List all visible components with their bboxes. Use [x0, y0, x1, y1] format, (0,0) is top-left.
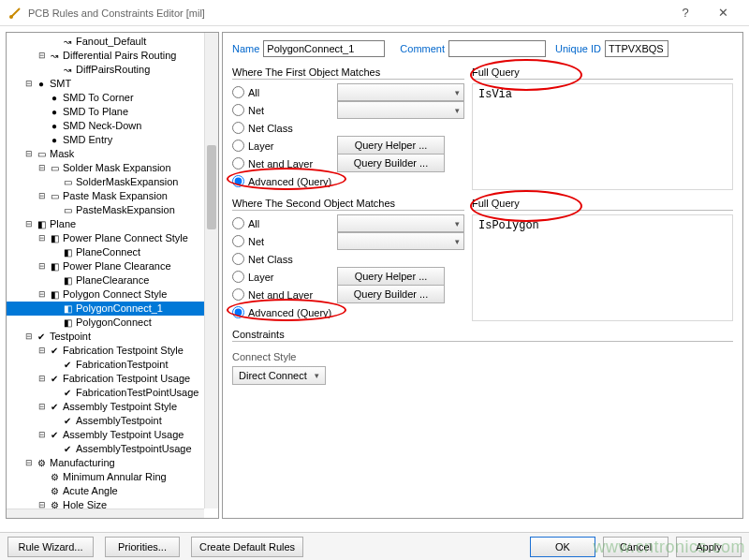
match-radio-row[interactable]: Net Class — [232, 119, 337, 137]
tree-twisty[interactable]: ⊟ — [37, 372, 48, 386]
first-combo-2[interactable]: ▾ — [337, 101, 464, 119]
tree-item[interactable]: ·✔AssemblyTestpoint — [7, 414, 218, 428]
ok-button[interactable]: OK — [530, 537, 595, 557]
name-input[interactable] — [263, 40, 385, 57]
tree-twisty[interactable]: ⊟ — [37, 400, 48, 414]
tree-item[interactable]: ·▭PasteMaskExpansion — [7, 203, 218, 217]
connect-style-select[interactable]: Direct Connect ▾ — [232, 366, 326, 385]
tree-twisty[interactable]: ⊟ — [37, 189, 48, 203]
tree-item[interactable]: ⊟▭Paste Mask Expansion — [7, 189, 218, 203]
match-radio-row[interactable]: Net — [232, 232, 337, 250]
tree-twisty[interactable]: ⊟ — [23, 456, 35, 470]
match-radio[interactable] — [232, 217, 244, 229]
tree-item[interactable]: ·⚙Acute Angle — [7, 484, 218, 498]
app-icon — [7, 6, 22, 21]
tree-twisty[interactable]: ⊟ — [23, 330, 35, 344]
tree-item[interactable]: ⊟◧Plane — [7, 217, 218, 231]
tree-item[interactable]: ·●SMD To Corner — [7, 91, 218, 105]
tree-twisty[interactable]: ⊟ — [37, 161, 48, 175]
tree-item[interactable]: ·⚙Minimum Annular Ring — [7, 470, 218, 484]
tree-scrollbar-horizontal[interactable] — [7, 508, 204, 518]
tree-twisty[interactable]: ⊟ — [23, 77, 35, 91]
match-radio[interactable] — [232, 104, 244, 116]
first-combo-1[interactable]: ▾ — [337, 83, 464, 101]
tree-item[interactable]: ·✔FabricationTestpoint — [7, 358, 218, 372]
match-radio-row[interactable]: Advanced (Query) — [232, 303, 337, 321]
tree-item[interactable]: ·▭SolderMaskExpansion — [7, 175, 218, 189]
match-radio[interactable] — [232, 306, 244, 318]
match-radio-row[interactable]: Net — [232, 101, 337, 119]
tree-twisty[interactable]: ⊟ — [37, 49, 48, 63]
tree-item[interactable]: ·◧PlaneConnect — [7, 245, 218, 259]
cancel-button[interactable]: Cancel — [603, 537, 668, 557]
query-builder-button-1[interactable]: Query Builder ... — [337, 154, 445, 172]
tree-scrollbar-vertical[interactable] — [204, 33, 218, 508]
tree-item[interactable]: ⊟✔Fabrication Testpoint Usage — [7, 372, 218, 386]
tree-item[interactable]: ·◧PlaneClearance — [7, 273, 218, 287]
tree-twisty[interactable]: ⊟ — [23, 147, 35, 161]
tree-item[interactable]: ⊟◧Power Plane Clearance — [7, 259, 218, 273]
tree-item[interactable]: ·●SMD Neck-Down — [7, 119, 218, 133]
match-radio-row[interactable]: Layer — [232, 268, 337, 286]
tree-twisty[interactable]: ⊟ — [37, 231, 48, 245]
tree-item[interactable]: ·◧PolygonConnect — [7, 316, 218, 330]
tree-item[interactable]: ·✔AssemblyTestpointUsage — [7, 442, 218, 456]
match-radio-row[interactable]: Advanced (Query) — [232, 172, 337, 190]
match-radio-row[interactable]: Net Class — [232, 250, 337, 268]
match-radio[interactable] — [232, 86, 244, 98]
match-radio-row[interactable]: All — [232, 83, 337, 101]
tree-twisty[interactable]: ⊟ — [37, 287, 48, 302]
query-builder-button-2[interactable]: Query Builder ... — [337, 285, 445, 303]
query-text-1[interactable]: IsVia — [472, 83, 733, 190]
comment-input[interactable] — [448, 40, 546, 57]
match-radio[interactable] — [232, 122, 244, 134]
tree-item[interactable]: ⊟↝Differential Pairs Routing — [7, 49, 218, 63]
match-radio-row[interactable]: Layer — [232, 137, 337, 155]
help-button[interactable]: ? — [667, 2, 704, 24]
match-radio[interactable] — [232, 288, 244, 301]
tree-item[interactable]: ⊟▭Mask — [7, 147, 218, 161]
match-radio-row[interactable]: Net and Layer — [232, 286, 337, 303]
match-radio[interactable] — [232, 271, 244, 283]
tree-item[interactable]: ·●SMD To Plane — [7, 105, 218, 119]
match-radio-row[interactable]: All — [232, 214, 337, 232]
match-radio[interactable] — [232, 157, 244, 169]
unique-id-input[interactable] — [605, 40, 668, 57]
tree-twisty[interactable]: ⊟ — [37, 344, 48, 358]
tree-item[interactable]: ⊟◧Power Plane Connect Style — [7, 231, 218, 245]
query-text-2[interactable]: IsPolygon — [472, 214, 733, 321]
match-radio[interactable] — [232, 175, 244, 187]
tree-item[interactable]: ⊟⚙Manufacturing — [7, 456, 218, 470]
tree-item[interactable]: ⊟✔Assembly Testpoint Usage — [7, 428, 218, 442]
close-button[interactable]: ✕ — [704, 2, 742, 24]
rule-wizard-button[interactable]: Rule Wizard... — [7, 537, 94, 557]
tree-item-icon: ✔ — [48, 372, 61, 386]
match-radio-row[interactable]: Net and Layer — [232, 155, 337, 172]
tree-item[interactable]: ·◧PolygonConnect_1 — [7, 302, 218, 316]
tree-twisty[interactable]: ⊟ — [37, 428, 48, 442]
tree-item[interactable]: ·●SMD Entry — [7, 133, 218, 147]
create-default-rules-button[interactable]: Create Default Rules — [191, 537, 303, 557]
tree-item[interactable]: ·↝DiffPairsRouting — [7, 63, 218, 77]
tree-item[interactable]: ·✔FabricationTestPointUsage — [7, 386, 218, 400]
tree-item[interactable]: ⊟✔Fabrication Testpoint Style — [7, 344, 218, 358]
match-radio[interactable] — [232, 140, 244, 152]
rule-tree-panel: ·↝Fanout_Default⊟↝Differential Pairs Rou… — [6, 32, 219, 519]
query-helper-button-1[interactable]: Query Helper ... — [337, 136, 445, 155]
tree-item[interactable]: ⊟◧Polygon Connect Style — [7, 287, 218, 302]
match-radio[interactable] — [232, 235, 244, 247]
tree-item[interactable]: ⊟✔Testpoint — [7, 330, 218, 344]
priorities-button[interactable]: Priorities... — [105, 537, 180, 557]
tree-item[interactable]: ⊟▭Solder Mask Expansion — [7, 161, 218, 175]
tree-twisty[interactable]: ⊟ — [23, 217, 35, 231]
tree-item[interactable]: ·↝Fanout_Default — [7, 35, 218, 49]
tree-item[interactable]: ⊟●SMT — [7, 77, 218, 91]
match-radio[interactable] — [232, 253, 244, 265]
tree-item[interactable]: ⊟✔Assembly Testpoint Style — [7, 400, 218, 414]
second-combo-1[interactable]: ▾ — [337, 214, 464, 232]
apply-button[interactable]: Apply — [676, 537, 742, 557]
second-combo-2[interactable]: ▾ — [337, 232, 464, 250]
rule-tree[interactable]: ·↝Fanout_Default⊟↝Differential Pairs Rou… — [7, 33, 218, 518]
query-helper-button-2[interactable]: Query Helper ... — [337, 267, 445, 286]
tree-twisty[interactable]: ⊟ — [37, 259, 48, 273]
